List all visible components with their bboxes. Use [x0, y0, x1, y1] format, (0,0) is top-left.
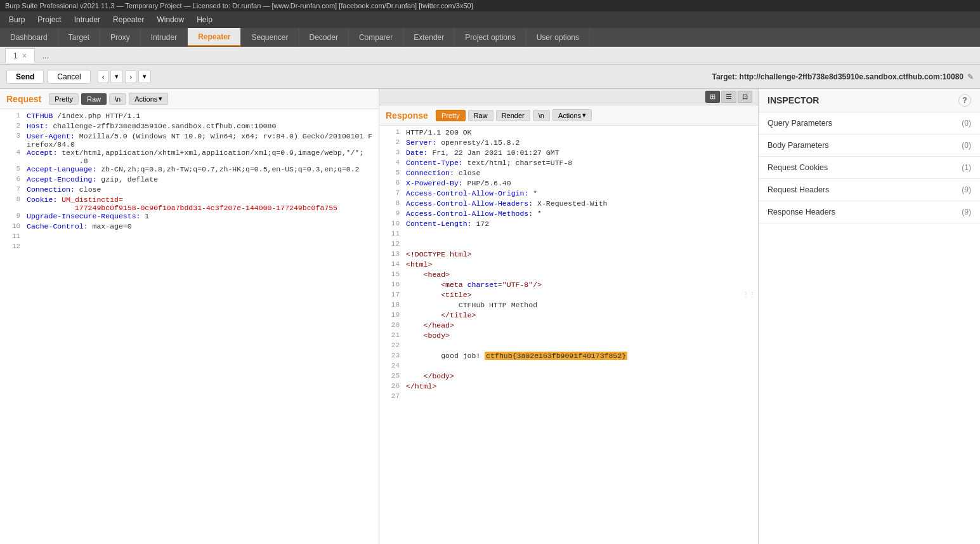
- chevron-down-icon: ▾: [159, 95, 162, 103]
- request-mode-pretty[interactable]: Pretty: [49, 93, 79, 105]
- cancel-button[interactable]: Cancel: [48, 70, 90, 84]
- send-button[interactable]: Send: [6, 70, 44, 84]
- nav-prev-button[interactable]: ‹: [98, 70, 109, 83]
- request-line-1: 1 CTFHUB /index.php HTTP/1.1: [0, 112, 379, 122]
- inspector-section-cookies: Request Cookies (1): [759, 157, 980, 179]
- request-line-6: 6 Accept-Encoding: gzip, deflate: [0, 175, 379, 185]
- toolbar: Send Cancel ‹ ▾ › ▾ Target: http://chall…: [0, 65, 980, 89]
- request-line-4: 4 Accept: text/html,application/xhtml+xm…: [0, 149, 379, 165]
- view-mode-vertical[interactable]: ⊡: [738, 91, 752, 103]
- tab-proxy[interactable]: Proxy: [100, 28, 141, 46]
- response-line-9: 9 Access-Control-Allow-Methods: *: [379, 209, 758, 220]
- inspector-resp-headers-label: Response Headers: [768, 208, 835, 216]
- response-line-4: 4 Content-Type: text/html; charset=UTF-8: [379, 159, 758, 169]
- response-line-15: 15 <head>: [379, 270, 758, 281]
- inspector-req-headers-label: Request Headers: [768, 185, 829, 194]
- tab-intruder[interactable]: Intruder: [141, 28, 188, 46]
- response-mode-raw[interactable]: Raw: [468, 110, 493, 121]
- inspector-cookies[interactable]: Request Cookies (1): [759, 157, 980, 178]
- tab-sequencer[interactable]: Sequencer: [241, 28, 299, 46]
- inspector-query-params[interactable]: Query Parameters (0): [759, 112, 980, 134]
- response-line-11: 11: [379, 230, 758, 240]
- response-line-21: 21 <body>: [379, 331, 758, 342]
- response-line-19: 19 </title>: [379, 311, 758, 321]
- edit-icon[interactable]: ✎: [967, 72, 974, 81]
- main-content: Request Pretty Raw \n Actions ▾ 1 CTFHUB…: [0, 89, 980, 544]
- inspector-help-button[interactable]: ?: [958, 94, 971, 107]
- tab-target[interactable]: Target: [58, 28, 100, 46]
- inspector-response-headers[interactable]: Response Headers (9): [759, 201, 980, 223]
- menu-help[interactable]: Help: [190, 13, 219, 27]
- request-line-2: 2 Host: challenge-2ffb738e8d35910e.sandb…: [0, 122, 379, 132]
- response-code-area[interactable]: 1 HTTP/1.1 200 OK 2 Server: openresty/1.…: [379, 126, 758, 544]
- inspector-section-body: Body Parameters (0): [759, 135, 980, 157]
- tab-decoder[interactable]: Decoder: [299, 28, 349, 46]
- tab-repeater[interactable]: Repeater: [188, 28, 241, 46]
- menu-burp[interactable]: Burp: [3, 13, 31, 27]
- nav-prev-dropdown[interactable]: ▾: [110, 70, 123, 83]
- request-line-8: 8 Cookie: UM_distinctid= 177249bc0f9158-…: [0, 196, 379, 212]
- inspector-request-headers[interactable]: Request Headers (9): [759, 179, 980, 201]
- tab-dashboard[interactable]: Dashboard: [0, 28, 58, 46]
- response-mode-ln[interactable]: \n: [533, 110, 550, 121]
- view-mode-horizontal[interactable]: ☰: [721, 91, 736, 103]
- inspector-body-label: Body Parameters: [768, 141, 829, 150]
- tab-user-options[interactable]: User options: [526, 28, 590, 46]
- menu-window[interactable]: Window: [150, 13, 190, 27]
- inspector-body-count: (0): [962, 141, 971, 150]
- response-line-3: 3 Date: Fri, 22 Jan 2021 10:01:27 GMT: [379, 149, 758, 159]
- response-line-7: 7 Access-Control-Allow-Origin: *: [379, 189, 758, 199]
- request-line-9: 9 Upgrade-Insecure-Requests: 1: [0, 212, 379, 222]
- menu-project[interactable]: Project: [31, 13, 67, 27]
- request-actions-button[interactable]: Actions ▾: [129, 93, 168, 105]
- inspector-req-headers-count: (9): [962, 185, 971, 194]
- response-line-13: 13 <!DOCTYPE html>: [379, 250, 758, 260]
- response-line-5: 5 Connection: close: [379, 169, 758, 179]
- close-icon[interactable]: ×: [22, 51, 27, 60]
- title-bar: Burp Suite Professional v2021.11.3 — Tem…: [0, 0, 980, 11]
- response-actions-button[interactable]: Actions ▾: [552, 109, 592, 121]
- response-line-2: 2 Server: openresty/1.15.8.2: [379, 138, 758, 149]
- response-line-24: 24: [379, 362, 758, 372]
- response-line-23: 23 good job! ctfhub{3a02e163fb9091f40173…: [379, 352, 758, 362]
- menu-repeater[interactable]: Repeater: [107, 13, 150, 27]
- response-title: Response: [386, 110, 428, 121]
- response-line-20: 20 </head>: [379, 321, 758, 331]
- tab-project-options[interactable]: Project options: [455, 28, 526, 46]
- inspector-title: INSPECTOR: [768, 95, 819, 105]
- nav-next-dropdown[interactable]: ▾: [138, 70, 151, 83]
- response-mode-pretty[interactable]: Pretty: [436, 110, 466, 121]
- request-line-10: 10 Cache-Control: max-age=0: [0, 222, 379, 232]
- chevron-down-icon: ▾: [582, 111, 586, 119]
- request-panel-header: Request Pretty Raw \n Actions ▾: [0, 89, 379, 109]
- request-mode-raw[interactable]: Raw: [81, 93, 107, 105]
- response-line-6: 6 X-Powered-By: PHP/5.6.40: [379, 179, 758, 189]
- response-line-25: 25 </body>: [379, 372, 758, 382]
- target-info: Target: http://challenge-2ffb738e8d35910…: [712, 72, 974, 81]
- response-line-14: 14 <html>: [379, 260, 758, 270]
- response-mode-render[interactable]: Render: [496, 110, 530, 121]
- response-line-12: 12: [379, 240, 758, 250]
- response-line-8: 8 Access-Control-Allow-Headers: X-Reques…: [379, 199, 758, 209]
- repeater-sub-tabs: 1 × ...: [0, 47, 980, 65]
- menu-bar: Burp Project Intruder Repeater Window He…: [0, 11, 980, 28]
- request-mode-ln[interactable]: \n: [109, 93, 126, 105]
- nav-next-button[interactable]: ›: [125, 70, 136, 83]
- request-code-area[interactable]: 1 CTFHUB /index.php HTTP/1.1 2 Host: cha…: [0, 109, 379, 544]
- tab-comparer[interactable]: Comparer: [349, 28, 403, 46]
- title-text: Burp Suite Professional v2021.11.3 — Tem…: [5, 2, 473, 10]
- repeater-tab-more[interactable]: ...: [35, 49, 56, 63]
- response-line-17: 17 <title> ⋮⋮: [379, 291, 758, 301]
- response-line-18: 18 CTFHub HTTP Method: [379, 301, 758, 311]
- inspector-panel: INSPECTOR ? Query Parameters (0) Body Pa…: [758, 89, 980, 544]
- menu-intruder[interactable]: Intruder: [68, 13, 107, 27]
- repeater-tab-1[interactable]: 1 ×: [5, 48, 35, 63]
- inspector-body-params[interactable]: Body Parameters (0): [759, 135, 980, 156]
- inspector-cookies-label: Request Cookies: [768, 163, 828, 172]
- response-panel-header: Response Pretty Raw Render \n Actions ▾: [379, 105, 758, 126]
- view-mode-split[interactable]: ⊞: [705, 91, 720, 103]
- inspector-section-req-headers: Request Headers (9): [759, 179, 980, 201]
- tab-extender[interactable]: Extender: [403, 28, 455, 46]
- inspector-cookies-count: (1): [962, 163, 971, 172]
- response-line-22: 22: [379, 342, 758, 352]
